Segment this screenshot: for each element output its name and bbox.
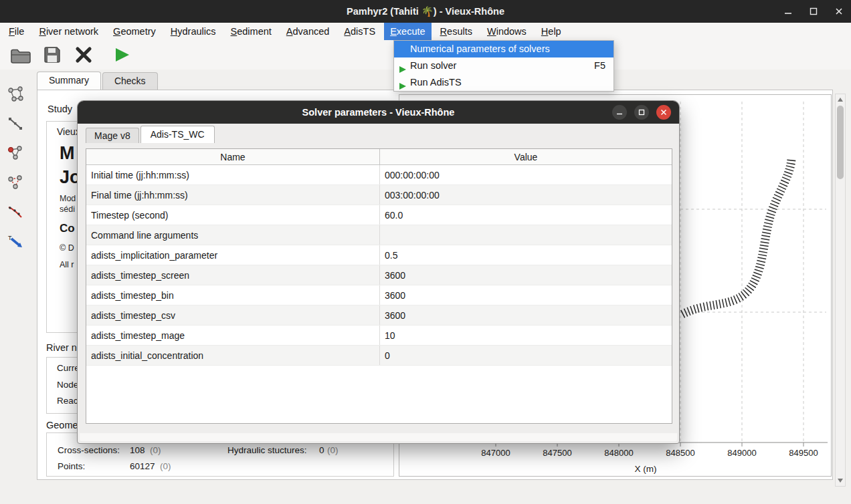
param-value-cell[interactable]: 3600 — [380, 265, 672, 285]
dialog-titlebar[interactable]: Solver parameters - Vieux-Rhône — [78, 101, 679, 124]
param-row[interactable]: adists_initial_concentration 0 — [86, 346, 672, 366]
param-name-cell: adists_timestep_screen — [86, 265, 380, 285]
table-header-row: Name Value — [86, 149, 672, 165]
param-row[interactable]: Timestep (second) 60.0 — [86, 205, 672, 225]
dialog-close-icon[interactable] — [656, 105, 671, 120]
menu-execute[interactable]: Execute — [384, 23, 431, 40]
param-row[interactable]: Command line arguments — [86, 225, 672, 245]
vertical-scrollbar[interactable] — [835, 94, 846, 487]
dialog-minimize-icon[interactable] — [612, 105, 627, 120]
side-toolbar: T — [5, 80, 28, 250]
window-titlebar: Pamhyr2 (Tahiti 🌴) - Vieux-Rhône — [0, 0, 851, 23]
tab-summary[interactable]: Summary — [37, 72, 101, 90]
river-field-3: Reac — [57, 396, 78, 406]
param-row[interactable]: adists_timestep_screen 3600 — [86, 265, 672, 285]
x-tick-label: 848500 — [666, 448, 694, 458]
param-value-cell[interactable]: 3600 — [380, 305, 672, 325]
param-row[interactable]: adists_implicitation_parameter 0.5 — [86, 245, 672, 265]
solver-parameters-dialog: Solver parameters - Vieux-Rhône Mage v8 … — [77, 100, 680, 444]
x-tick-label: 847000 — [481, 448, 510, 458]
transport-arrow-icon[interactable]: T — [5, 233, 25, 250]
parameters-table: Name Value Initial time (jj:hh:mm:ss) 00… — [86, 148, 672, 424]
menu-help[interactable]: Help — [535, 23, 567, 40]
menu-item-label: Run AdisTS — [410, 77, 462, 88]
param-name-cell: adists_implicitation_parameter — [86, 245, 380, 265]
scrollbar-thumb[interactable] — [837, 106, 844, 179]
study-text-line1: Mod — [60, 194, 76, 203]
menu-advanced[interactable]: Advanced — [280, 23, 336, 40]
dialog-title: Solver parameters - Vieux-Rhône — [302, 107, 455, 118]
tab-mage-v8[interactable]: Mage v8 — [86, 128, 139, 143]
param-value-cell[interactable]: 0 — [380, 346, 672, 365]
maximize-icon[interactable] — [808, 6, 819, 17]
param-row[interactable]: Initial time (jj:hh:mm:ss) 000:00:00:00 — [86, 165, 672, 185]
river-channel-path — [682, 159, 791, 314]
menu-adists[interactable]: AdisTS — [338, 23, 381, 40]
param-value-cell[interactable]: 10 — [380, 326, 672, 345]
menu-item-numerical-parameters[interactable]: Numerical parameters of solvers — [394, 41, 613, 57]
menu-hydraulics[interactable]: Hydraulics — [165, 23, 222, 40]
dialog-maximize-icon[interactable] — [634, 105, 649, 120]
param-value-cell[interactable]: 000:00:00:00 — [380, 165, 672, 184]
dialog-footer — [80, 433, 677, 441]
menu-item-run-solver[interactable]: Run solver F5 — [394, 57, 613, 74]
x-tick-label: 847500 — [543, 448, 571, 458]
window-title: Pamhyr2 (Tahiti 🌴) - Vieux-Rhône — [347, 6, 504, 17]
cross-sections-label: Cross-sections: — [58, 445, 120, 455]
node-highlight-icon[interactable] — [5, 144, 25, 162]
table-body: Initial time (jj:hh:mm:ss) 000:00:00:00 … — [86, 165, 672, 366]
rights-line: All r — [60, 260, 74, 269]
param-row[interactable]: Final time (jj:hh:mm:ss) 003:00:00:00 — [86, 185, 672, 205]
param-value-cell[interactable] — [380, 225, 672, 245]
reach-line-icon[interactable] — [5, 115, 25, 132]
param-row[interactable]: adists_timestep_mage 10 — [86, 326, 672, 346]
hydraulic-structures-extra: (0) — [327, 445, 339, 455]
dialog-controls — [612, 105, 671, 120]
menu-item-label: Numerical parameters of solvers — [410, 43, 550, 54]
close-icon[interactable] — [834, 6, 844, 17]
menu-item-run-adists[interactable]: Run AdisTS — [394, 74, 613, 91]
param-name-cell: Command line arguments — [86, 225, 380, 245]
view-tabbar: Summary Checks — [37, 72, 158, 90]
scroll-up-icon[interactable] — [836, 95, 845, 104]
scroll-down-icon[interactable] — [836, 476, 845, 485]
play-icon — [399, 62, 407, 70]
execute-menu: Numerical parameters of solvers Run solv… — [393, 40, 614, 92]
profile-slope-icon[interactable] — [5, 203, 25, 221]
param-value-cell[interactable]: 0.5 — [380, 245, 672, 265]
open-folder-icon[interactable] — [9, 44, 32, 66]
tab-checks[interactable]: Checks — [102, 72, 158, 90]
menu-results[interactable]: Results — [434, 23, 478, 40]
window-controls — [783, 0, 844, 23]
menu-geometry[interactable]: Geometry — [107, 23, 162, 40]
study-bold-line: Co — [60, 222, 75, 235]
run-icon[interactable] — [110, 44, 133, 66]
svg-text:T: T — [8, 235, 12, 241]
menu-sediment[interactable]: Sediment — [225, 23, 278, 40]
param-row[interactable]: adists_timestep_bin 3600 — [86, 285, 672, 305]
param-value-cell[interactable]: 60.0 — [380, 205, 672, 225]
network-nodes-icon[interactable] — [5, 86, 25, 103]
study-heading-line1: M — [60, 143, 75, 164]
param-row[interactable]: adists_timestep_csv 3600 — [86, 305, 672, 326]
column-header-value[interactable]: Value — [380, 149, 672, 164]
save-icon[interactable] — [41, 44, 64, 66]
study-section-label: Study — [48, 104, 72, 114]
column-header-name[interactable]: Name — [86, 149, 380, 164]
menu-river-network[interactable]: River network — [33, 23, 104, 40]
menu-item-label: Run solver — [410, 60, 456, 71]
minimize-icon[interactable] — [783, 6, 793, 17]
hydraulic-structures-label: Hydraulic stuctures: — [227, 445, 307, 455]
param-value-cell[interactable]: 003:00:00:00 — [380, 185, 672, 205]
study-text-line2: sédi — [60, 205, 75, 214]
reach-dashed-icon[interactable] — [5, 174, 25, 191]
menu-file[interactable]: File — [3, 23, 30, 40]
menu-windows[interactable]: Windows — [481, 23, 533, 40]
river-field-1: Curre — [57, 363, 80, 373]
param-value-cell[interactable]: 3600 — [380, 285, 672, 305]
delete-icon[interactable] — [72, 44, 95, 66]
x-tick-label: 849500 — [789, 448, 818, 458]
points-label: Points: — [58, 461, 85, 471]
solver-tabbar: Mage v8 Adis-TS_WC — [86, 126, 215, 143]
tab-adis-ts-wc[interactable]: Adis-TS_WC — [140, 126, 215, 143]
